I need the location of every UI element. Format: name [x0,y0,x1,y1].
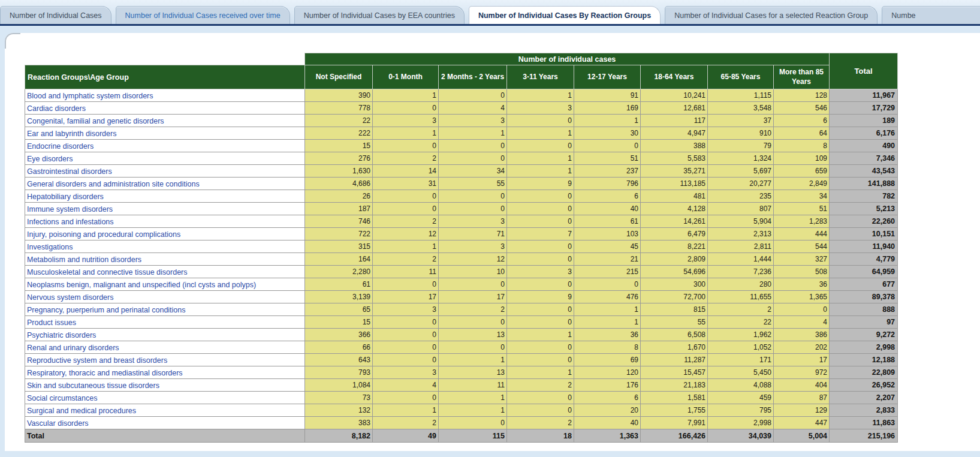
reaction-group-link[interactable]: Metabolism and nutrition disorders [27,255,141,264]
reaction-group-link[interactable]: Investigations [27,243,73,251]
value-cell: 51 [774,203,830,215]
table-row: Ear and labyrinth disorders222111304,947… [25,127,898,140]
value-cell: 61 [574,215,641,228]
value-cell: 132 [305,404,373,417]
reaction-group-link[interactable]: Respiratory, thoracic and mediastinal di… [27,369,183,377]
value-cell: 1 [439,392,507,404]
value-cell: 0 [439,190,507,203]
value-cell: 778 [305,102,373,115]
reaction-group-cell: Ear and labyrinth disorders [25,127,305,140]
reaction-group-cell: Nervous system disorders [25,291,305,303]
value-cell: 21,183 [641,379,708,392]
row-total-cell: 11,940 [830,240,898,253]
reaction-group-link[interactable]: General disorders and administration sit… [27,180,200,188]
value-cell: 6,508 [641,329,708,341]
value-cell: 508 [774,266,830,278]
reaction-group-link[interactable]: Blood and lymphatic system disorders [27,92,153,100]
reaction-group-link[interactable]: Immune system disorders [27,205,113,214]
reaction-group-cell: Social circumstances [25,392,305,404]
value-cell: 69 [574,354,641,366]
value-cell: 1 [439,127,507,140]
tab-cases-by-eea-countries[interactable]: Number of Individual Cases by EEA countr… [294,6,465,24]
table-row: Congenital, familial and genetic disorde… [25,115,898,127]
tab-cases-received-over-time[interactable]: Number of Individual Cases received over… [116,6,290,24]
reaction-group-link[interactable]: Infections and infestations [27,218,114,226]
reaction-group-cell: Renal and urinary disorders [25,341,305,354]
reaction-group-link[interactable]: Cardiac disorders [27,104,86,113]
tab-number-of-individual-cases[interactable]: Number of Individual Cases [0,6,111,24]
reaction-group-link[interactable]: Surgical and medical procedures [27,407,136,415]
grand-total-value: 115 [439,429,507,443]
row-total-cell: 677 [830,278,898,291]
value-cell: 13 [439,329,507,341]
value-cell: 1,755 [641,404,708,417]
value-cell: 0 [507,341,574,354]
value-cell: 40 [574,203,641,215]
tab-truncated[interactable]: Numbe [882,6,980,24]
value-cell: 34 [439,165,507,178]
value-cell: 1 [373,127,439,140]
value-cell: 659 [774,165,830,178]
reaction-group-link[interactable]: Social circumstances [27,394,97,402]
value-cell: 1 [507,366,574,379]
reaction-group-link[interactable]: Neoplasms benign, malignant and unspecif… [27,281,256,289]
reaction-group-link[interactable]: Hepatobiliary disorders [27,193,104,201]
dashboard-page: { "tabs": [ { "label": "Number of Indivi… [0,0,980,457]
value-cell: 64 [774,127,830,140]
value-cell: 2,998 [708,417,774,429]
reaction-group-link[interactable]: Pregnancy, puerperium and perinatal cond… [27,306,186,314]
reaction-group-link[interactable]: Vascular disorders [27,419,89,428]
table-row: Neoplasms benign, malignant and unspecif… [25,278,898,291]
reaction-group-link[interactable]: Eye disorders [27,155,73,163]
reaction-group-cell: Infections and infestations [25,215,305,228]
value-cell: 544 [774,240,830,253]
reaction-group-link[interactable]: Reproductive system and breast disorders [27,356,167,365]
value-cell: 55 [439,178,507,190]
value-cell: 5,450 [708,366,774,379]
value-cell: 15,457 [641,366,708,379]
value-cell: 31 [373,178,439,190]
row-total-cell: 782 [830,190,898,203]
value-cell: 2,811 [708,240,774,253]
value-cell: 37 [708,115,774,127]
reaction-group-link[interactable]: Psychiatric disorders [27,331,96,339]
total-column-header: Total [830,53,898,89]
reaction-group-link[interactable]: Nervous system disorders [27,293,114,302]
value-cell: 1,962 [708,329,774,341]
value-cell: 215 [574,266,641,278]
reaction-group-link[interactable]: Congenital, familial and genetic disorde… [27,117,164,125]
reaction-group-link[interactable]: Injury, poisoning and procedural complic… [27,230,180,239]
value-cell: 0 [507,140,574,152]
reaction-group-link[interactable]: Musculoskeletal and connective tissue di… [27,268,188,276]
value-cell: 17 [373,291,439,303]
tab-cases-selected-reaction-group[interactable]: Number of Individual Cases for a selecte… [665,6,878,24]
value-cell: 117 [641,115,708,127]
table-row: Hepatobiliary disorders26000648123534782 [25,190,898,203]
value-cell: 1,670 [641,341,708,354]
reaction-groups-pivot-table: Number of individual cases Total Reactio… [25,53,898,443]
table-row: Eye disorders276201515,5831,3241097,346 [25,152,898,165]
value-cell: 722 [305,228,373,240]
reaction-group-link[interactable]: Renal and urinary disorders [27,344,119,352]
reaction-group-link[interactable]: Gastrointestinal disorders [27,167,112,176]
value-cell: 1 [373,89,439,102]
row-total-cell: 22,809 [830,366,898,379]
reaction-group-link[interactable]: Ear and labyrinth disorders [27,130,116,138]
tab-cases-by-reaction-groups[interactable]: Number of Individual Cases By Reaction G… [469,6,661,24]
reaction-group-link[interactable]: Product issues [27,318,76,327]
row-total-cell: 2,833 [830,404,898,417]
corner-header: Reaction Groups\Age Group [25,65,305,89]
value-cell: 447 [774,417,830,429]
value-cell: 476 [574,291,641,303]
reaction-group-link[interactable]: Endocrine disorders [27,142,94,151]
value-cell: 0 [439,89,507,102]
value-cell: 2,809 [641,253,708,266]
table-row: Injury, poisoning and procedural complic… [25,228,898,240]
value-cell: 4,128 [641,203,708,215]
reaction-group-link[interactable]: Skin and subcutaneous tissue disorders [27,381,159,390]
value-cell: 36 [774,278,830,291]
value-cell: 4,686 [305,178,373,190]
row-total-cell: 141,888 [830,178,898,190]
grand-total-label: Total [25,429,305,443]
reaction-group-cell: Blood and lymphatic system disorders [25,89,305,102]
